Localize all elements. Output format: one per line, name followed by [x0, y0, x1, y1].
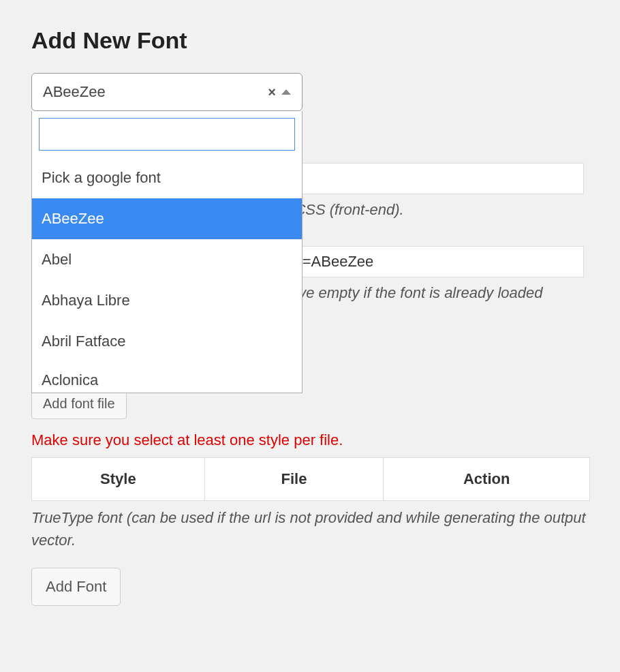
table-header-style: Style — [32, 458, 205, 501]
select-display[interactable]: ABeeZee × — [31, 73, 303, 111]
select-option[interactable]: Abel — [32, 239, 302, 280]
error-message: Make sure you select at least one style … — [31, 431, 589, 449]
select-current-value: ABeeZee — [43, 83, 106, 101]
google-font-select[interactable]: ABeeZee × Pick a google font ABeeZee Abe… — [31, 73, 303, 111]
page-title: Add New Font — [31, 27, 589, 54]
clear-icon[interactable]: × — [268, 85, 276, 100]
select-option[interactable]: Abhaya Libre — [32, 280, 302, 321]
select-option[interactable]: Abril Fatface — [32, 321, 302, 362]
table-header-file: File — [204, 458, 384, 501]
font-files-table: Style File Action — [31, 457, 590, 501]
select-option[interactable]: Aclonica — [32, 362, 302, 393]
table-header-action: Action — [384, 458, 590, 501]
select-option[interactable]: ABeeZee — [32, 198, 302, 239]
select-option-placeholder[interactable]: Pick a google font — [32, 157, 302, 198]
select-dropdown: Pick a google font ABeeZee Abel Abhaya L… — [31, 111, 303, 393]
select-search-input[interactable] — [39, 118, 295, 151]
chevron-up-icon[interactable] — [281, 89, 291, 95]
add-font-button[interactable]: Add Font — [31, 568, 121, 606]
truetype-help: TrueType font (can be used if the url is… — [31, 506, 589, 551]
